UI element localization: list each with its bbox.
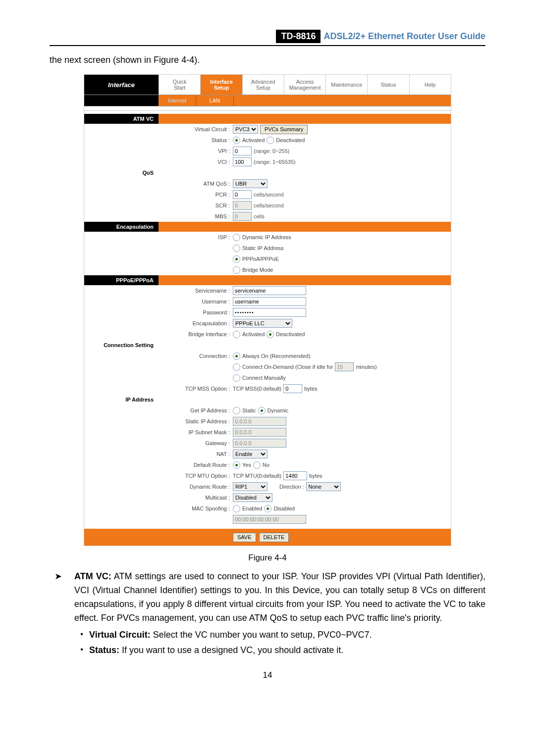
isp-bridge-label: Bridge Mode bbox=[242, 267, 273, 273]
vpi-hint: (range: 0~255) bbox=[254, 148, 289, 154]
label-macspoof: MAC Spoofing : bbox=[84, 505, 233, 511]
conn-manual-label: Connect Manually bbox=[242, 375, 286, 381]
label-connection: Connection : bbox=[84, 353, 233, 359]
mss-input[interactable] bbox=[283, 384, 302, 393]
status-activated-radio[interactable] bbox=[233, 137, 240, 144]
isp-dynamic-radio[interactable] bbox=[233, 234, 240, 241]
servicename-input[interactable] bbox=[233, 286, 306, 295]
scr-input[interactable] bbox=[233, 201, 252, 210]
vci-input[interactable] bbox=[233, 157, 252, 166]
pcr-hint: cells/second bbox=[254, 192, 284, 198]
label-scr: SCR : bbox=[84, 202, 233, 208]
label-atmqos: ATM QoS : bbox=[84, 181, 233, 187]
staticip-input[interactable] bbox=[233, 417, 286, 426]
vci-hint: (range: 1~65535) bbox=[254, 159, 296, 165]
atmqos-select[interactable]: UBR bbox=[233, 179, 268, 188]
multicast-select[interactable]: Disabled bbox=[233, 493, 272, 502]
isp-static-radio[interactable] bbox=[233, 245, 240, 252]
label-nat: NAT : bbox=[84, 451, 233, 457]
mask-input[interactable] bbox=[233, 428, 286, 437]
bif-deactivated-radio[interactable] bbox=[267, 331, 274, 338]
label-mbs: MBS : bbox=[84, 213, 233, 219]
doc-header: TD-8816ADSL2/2+ Ethernet Router User Gui… bbox=[50, 30, 485, 46]
nat-select[interactable]: Enable bbox=[233, 450, 268, 458]
gateway-input[interactable] bbox=[233, 439, 286, 448]
label-vc: Virtual Circuit : bbox=[84, 126, 233, 132]
status-deactivated-label: Deactivated bbox=[276, 137, 305, 143]
mtu-input[interactable] bbox=[283, 471, 307, 480]
subbullet-icon: • bbox=[74, 644, 89, 657]
dynroute-select[interactable]: RIP1 bbox=[233, 482, 268, 491]
model-badge: TD-8816 bbox=[276, 30, 321, 43]
body-s1: Virtual Circuit: Select the VC number yo… bbox=[89, 628, 372, 642]
label-tcpmtu: TCP MTU Option : bbox=[84, 473, 233, 479]
pcr-input[interactable] bbox=[233, 190, 252, 199]
getip-static-radio[interactable] bbox=[233, 407, 240, 414]
conn-always-radio[interactable] bbox=[233, 353, 240, 360]
body-p1: ATM VC: ATM settings are used to connect… bbox=[74, 570, 485, 625]
guide-title: ADSL2/2+ Ethernet Router User Guide bbox=[321, 31, 485, 41]
mss-prefix: TCP MSS(0:default) bbox=[233, 386, 281, 392]
section-atmvc: ATM VC bbox=[84, 114, 159, 124]
section-encap: Encapsulation bbox=[84, 222, 159, 232]
username-input[interactable] bbox=[233, 297, 306, 306]
vc-select[interactable]: PVC3 bbox=[233, 125, 258, 134]
intro-text: the next screen (shown in Figure 4-4). bbox=[50, 55, 485, 65]
tab-help[interactable]: Help bbox=[409, 75, 451, 95]
section-ip: IP Address bbox=[84, 397, 159, 403]
droute-yes-label: Yes bbox=[242, 462, 251, 468]
macspoof-enabled-radio[interactable] bbox=[233, 505, 240, 512]
droute-no-label: No bbox=[263, 462, 269, 468]
macspoof-disabled-radio[interactable] bbox=[264, 505, 271, 512]
label-enc: Encapsulation : bbox=[84, 320, 233, 326]
mbs-input[interactable] bbox=[233, 212, 252, 221]
mtu-prefix: TCP MTU(0:default) bbox=[233, 473, 281, 479]
vpi-input[interactable] bbox=[233, 147, 252, 155]
conn-ondemand-radio[interactable] bbox=[233, 363, 240, 371]
tab-maintenance[interactable]: Maintenance bbox=[325, 75, 367, 95]
tab-advanced-setup[interactable]: Advanced Setup bbox=[242, 75, 284, 95]
label-isp: ISP : bbox=[84, 234, 233, 240]
mbs-hint: cells bbox=[254, 213, 265, 219]
isp-static-label: Static IP Address bbox=[242, 245, 284, 251]
encapsulation-select[interactable]: PPPoE LLC bbox=[233, 319, 292, 328]
bullet-icon: ➤ bbox=[50, 570, 74, 625]
pvcs-summary-button[interactable]: PVCs Summary bbox=[260, 125, 308, 134]
mac-input[interactable] bbox=[233, 515, 306, 524]
password-input[interactable] bbox=[233, 308, 306, 317]
idle-input[interactable] bbox=[335, 362, 354, 371]
isp-pppoa-label: PPPoA/PPPoE bbox=[242, 256, 279, 262]
label-getip: Get IP Address : bbox=[84, 407, 233, 413]
label-tcpmss: TCP MSS Option : bbox=[84, 386, 233, 392]
delete-button[interactable]: DELETE bbox=[259, 533, 289, 542]
status-deactivated-radio[interactable] bbox=[267, 137, 274, 144]
save-button[interactable]: SAVE bbox=[233, 533, 256, 542]
bif-activated-label: Activated bbox=[242, 331, 265, 337]
conn-always-label: Always On (Recommended) bbox=[242, 353, 311, 359]
subtab-lan[interactable]: LAN bbox=[196, 95, 234, 106]
getip-static-label: Static bbox=[242, 407, 256, 413]
droute-no-radio[interactable] bbox=[253, 461, 261, 469]
label-pwd: Password : bbox=[84, 309, 233, 315]
subtab-internet[interactable]: Internet bbox=[159, 95, 196, 106]
isp-bridge-radio[interactable] bbox=[233, 266, 240, 274]
tab-quick-start[interactable]: Quick Start bbox=[159, 75, 200, 95]
mss-unit: bytes bbox=[304, 386, 317, 392]
conn-manual-radio[interactable] bbox=[233, 374, 240, 382]
tab-access-management[interactable]: Access Management bbox=[284, 75, 325, 95]
tab-interface-setup[interactable]: Interface Setup bbox=[200, 75, 242, 95]
droute-yes-radio[interactable] bbox=[233, 461, 240, 469]
subbullet-icon: • bbox=[74, 628, 89, 642]
tab-status[interactable]: Status bbox=[367, 75, 409, 95]
label-sname: Servicename : bbox=[84, 288, 233, 294]
isp-pppoa-radio[interactable] bbox=[233, 255, 240, 263]
bif-activated-radio[interactable] bbox=[233, 331, 240, 338]
page-number: 14 bbox=[50, 670, 485, 680]
section-conn: Connection Setting bbox=[84, 342, 159, 348]
label-dynroute: Dynamic Route : bbox=[84, 484, 233, 490]
conn-ondemand-label: Connect On-Demand (Close if idle for bbox=[242, 364, 333, 370]
label-mask: IP Subnet Mask : bbox=[84, 429, 233, 435]
getip-dynamic-radio[interactable] bbox=[258, 407, 266, 414]
direction-select[interactable]: None bbox=[306, 482, 341, 491]
label-multicast: Multicast : bbox=[84, 495, 233, 501]
